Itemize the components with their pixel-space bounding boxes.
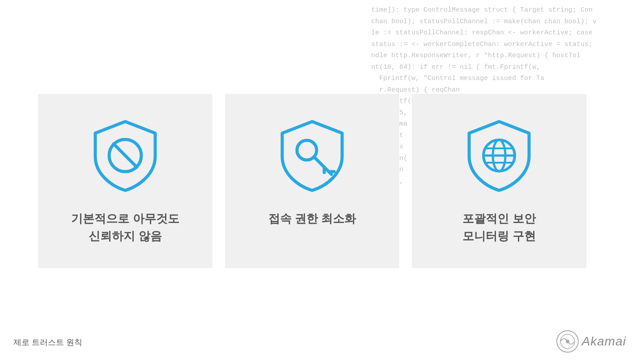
shield-globe-icon bbox=[461, 116, 537, 192]
shield-ban-icon bbox=[87, 116, 163, 192]
akamai-logo-icon bbox=[556, 330, 579, 353]
cards-row: 기본적으로 아무것도 신뢰하지 않음 bbox=[38, 94, 586, 268]
svg-line-1 bbox=[114, 144, 137, 167]
card-zero-trust-label: 기본적으로 아무것도 신뢰하지 않음 bbox=[71, 210, 179, 245]
card-min-access-label: 접속 권한 최소화 bbox=[268, 210, 356, 227]
shield-key-icon bbox=[274, 116, 350, 192]
card-monitoring-label: 포괄적인 보안 모니터링 구현 bbox=[462, 210, 535, 245]
akamai-text: Akamai bbox=[582, 334, 626, 349]
card-monitoring: 포괄적인 보안 모니터링 구현 bbox=[412, 94, 586, 268]
card-min-access: 접속 권한 최소화 bbox=[225, 94, 399, 268]
svg-point-13 bbox=[566, 340, 569, 343]
bottom-label: 제로 트러스트 원칙 bbox=[13, 337, 82, 348]
card-zero-trust: 기본적으로 아무것도 신뢰하지 않음 bbox=[38, 94, 212, 268]
akamai-logo: Akamai bbox=[556, 330, 626, 353]
main-content: 기본적으로 아무것도 신뢰하지 않음 bbox=[0, 0, 644, 362]
